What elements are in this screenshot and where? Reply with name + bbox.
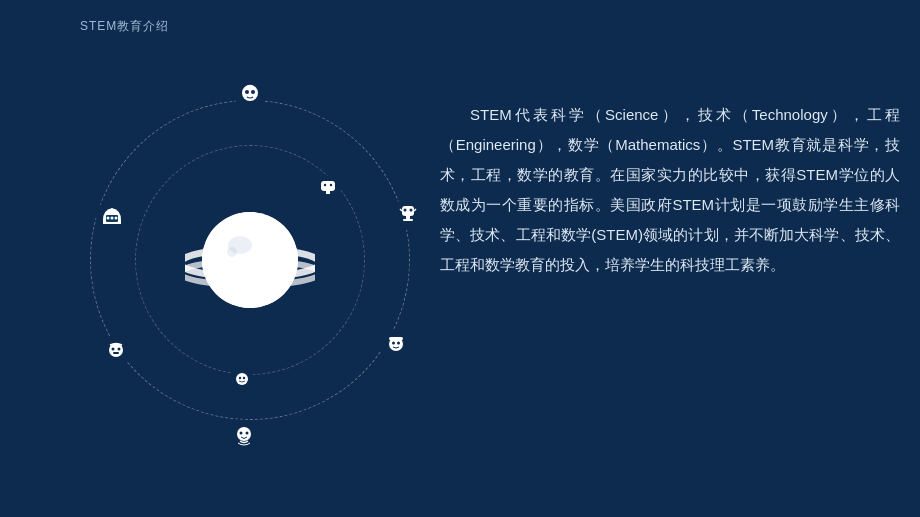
icon-node-left	[96, 200, 128, 232]
illustration	[60, 50, 440, 470]
svg-point-21	[240, 432, 243, 435]
icon-node-top-right	[392, 198, 424, 230]
svg-point-28	[107, 217, 110, 220]
svg-point-22	[246, 432, 249, 435]
svg-point-17	[392, 342, 395, 345]
svg-rect-26	[113, 352, 119, 354]
svg-point-37	[243, 377, 245, 379]
content-area: STEM代表科学（Science），技术（Technology），工程（Engi…	[440, 100, 900, 280]
planet	[185, 195, 315, 325]
svg-point-6	[227, 247, 237, 257]
icon-node-inner-bottom	[230, 368, 254, 392]
svg-rect-31	[321, 181, 335, 191]
svg-point-12	[404, 209, 407, 212]
svg-point-30	[115, 217, 118, 220]
svg-point-18	[397, 342, 400, 345]
svg-point-13	[410, 209, 413, 212]
slide-title: STEM教育介绍	[80, 18, 169, 35]
svg-point-24	[112, 348, 115, 351]
icon-node-right	[380, 330, 412, 362]
svg-rect-34	[326, 191, 330, 194]
svg-rect-19	[389, 337, 403, 340]
icon-node-bottom	[228, 420, 260, 452]
svg-point-33	[330, 184, 332, 186]
svg-point-10	[251, 90, 255, 94]
svg-rect-15	[403, 219, 413, 221]
svg-point-35	[236, 373, 248, 385]
icon-node-inner-right	[316, 176, 340, 200]
svg-point-9	[245, 90, 249, 94]
svg-point-29	[111, 217, 114, 220]
icon-node-top	[234, 78, 266, 110]
svg-rect-14	[406, 216, 410, 219]
svg-point-36	[239, 377, 241, 379]
main-paragraph: STEM代表科学（Science），技术（Technology），工程（Engi…	[440, 100, 900, 280]
svg-rect-11	[402, 206, 414, 216]
svg-point-32	[324, 184, 326, 186]
icon-node-bottom-left	[100, 335, 132, 367]
svg-point-25	[118, 348, 121, 351]
